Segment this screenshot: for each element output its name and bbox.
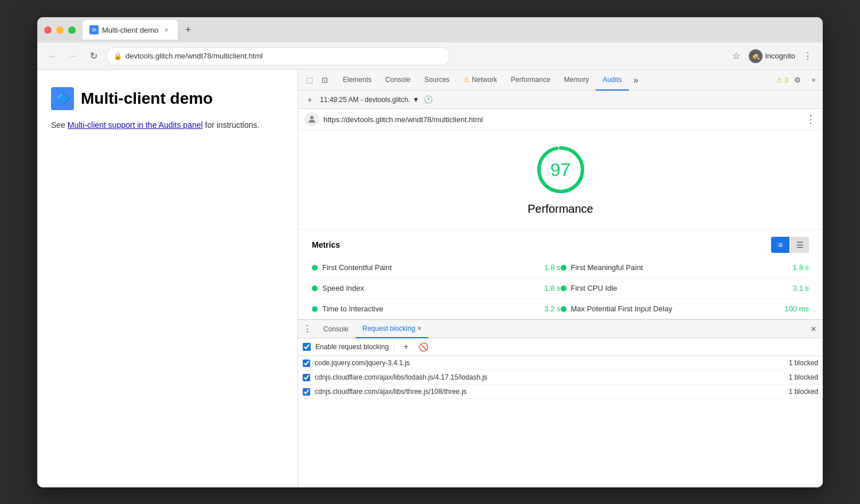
- page-description: See Multi-client support in the Audits p…: [51, 119, 284, 131]
- metric-value-tti: 3.2 s: [544, 304, 560, 313]
- devtools-settings-button[interactable]: ⚙: [791, 73, 804, 87]
- back-button[interactable]: ←: [44, 48, 60, 64]
- blocked-item: cdnjs.cloudflare.com/ajax/libs/three.js/…: [298, 385, 823, 399]
- blocked-item-count-2: 1 blocked: [789, 388, 818, 396]
- blocked-item-count-0: 1 blocked: [789, 359, 818, 367]
- tab-audits[interactable]: Audits: [596, 70, 628, 91]
- devtools-toolbar: + 11:49:25 AM - devtools.glitch. ▼ 🕐: [298, 91, 823, 109]
- block-all-button[interactable]: 🚫: [417, 341, 429, 353]
- enable-request-blocking-checkbox[interactable]: [303, 343, 311, 351]
- devtools-url-bar: https://devtools.glitch.me/wndt78/multic…: [298, 109, 823, 130]
- svg-point-0: [310, 116, 314, 119]
- forward-button[interactable]: →: [65, 48, 81, 64]
- metric-value-fci: 3.1 s: [793, 284, 809, 292]
- devtools-tabs: ⬚ ⊡ Elements Console Sources ⚠ Network P…: [298, 70, 823, 91]
- tab-memory[interactable]: Memory: [557, 70, 596, 91]
- audit-history-button[interactable]: 🕐: [423, 94, 434, 106]
- performance-score-circle: 97: [535, 144, 587, 196]
- metric-name-fcp: First Contentful Paint: [322, 263, 540, 272]
- request-blocking-toolbar: Enable request blocking | + 🚫: [298, 338, 823, 356]
- drawer-tab-request-blocking[interactable]: Request blocking ×: [355, 320, 428, 338]
- drawer-tab-close-button[interactable]: ×: [417, 325, 421, 333]
- network-warning-icon: ⚠: [463, 76, 470, 84]
- page-header: 🔷 Multi-client demo: [51, 87, 284, 110]
- browser-window: Multi-client demo × + ← → ↻ 🔒 devtools.g…: [37, 17, 823, 487]
- metric-name-si: Speed Index: [322, 284, 540, 292]
- new-tab-button[interactable]: +: [180, 22, 196, 38]
- add-blocking-pattern-button[interactable]: +: [400, 341, 412, 353]
- metric-value-fmp: 1.8 s: [793, 263, 809, 272]
- blocked-item: code.jquery.com/jquery-3.4.1.js 1 blocke…: [298, 356, 823, 370]
- more-tabs-button[interactable]: »: [629, 75, 643, 85]
- metric-name-mpfid: Max Potential First Input Delay: [571, 304, 780, 313]
- tab-close-button[interactable]: ×: [162, 25, 171, 34]
- traffic-lights: [44, 26, 76, 34]
- address-actions: ☆ 🕵 Incognito ⋮: [728, 48, 816, 64]
- tab-console[interactable]: Console: [378, 70, 417, 91]
- metric-row: First CPU Idle 3.1 s: [561, 278, 810, 299]
- tab-title: Multi-client demo: [102, 26, 158, 34]
- reload-button[interactable]: ↻: [85, 48, 101, 64]
- devtools-url-more-button[interactable]: ⋮: [806, 113, 816, 126]
- inspect-element-icon[interactable]: ⬚: [303, 73, 316, 87]
- metric-name-tti: Time to Interactive: [322, 304, 540, 313]
- metric-name-fmp: First Meaningful Paint: [571, 263, 788, 272]
- chrome-menu-button[interactable]: ⋮: [800, 48, 816, 64]
- title-bar: Multi-client demo × +: [37, 17, 823, 42]
- metric-dot-fci: [561, 286, 566, 291]
- minimize-traffic-light[interactable]: [56, 26, 64, 34]
- desc-prefix: See: [51, 120, 68, 130]
- new-audit-button[interactable]: +: [303, 93, 316, 107]
- metric-dot-tti: [312, 306, 318, 312]
- lock-icon: 🔒: [114, 52, 122, 60]
- metrics-section: Metrics ≡ ☰ First Contentful Paint 1.8 s: [298, 230, 823, 319]
- warning-icon: ⚠: [776, 76, 783, 84]
- tab-sources[interactable]: Sources: [417, 70, 456, 91]
- blocked-items-list: code.jquery.com/jquery-3.4.1.js 1 blocke…: [298, 356, 823, 487]
- warning-count: ⚠ 3: [776, 76, 788, 84]
- bottom-drawer: ⋮ Console Request blocking × × Enable re…: [298, 319, 823, 487]
- metric-value-mpfid: 100 ms: [784, 304, 809, 313]
- audits-panel-link[interactable]: Multi-client support in the Audits panel: [68, 120, 203, 130]
- enable-request-blocking-label: Enable request blocking: [315, 343, 389, 351]
- blocked-item-checkbox-1[interactable]: [303, 374, 310, 381]
- blocked-item-url-0: code.jquery.com/jquery-3.4.1.js: [315, 359, 784, 367]
- metrics-grid-view-button[interactable]: ≡: [771, 237, 789, 253]
- blocked-item-checkbox-2[interactable]: [303, 388, 310, 396]
- url-bar[interactable]: 🔒 devtools.glitch.me/wndt78/multiclient.…: [106, 47, 450, 65]
- devtools-panel: ⬚ ⊡ Elements Console Sources ⚠ Network P…: [298, 70, 823, 487]
- metrics-right-column: First Meaningful Paint 1.8 s First CPU I…: [561, 257, 810, 319]
- drawer-tabs: ⋮ Console Request blocking × ×: [298, 320, 823, 338]
- metrics-left-column: First Contentful Paint 1.8 s Speed Index…: [312, 257, 561, 319]
- bookmark-button[interactable]: ☆: [728, 48, 744, 64]
- metrics-header: Metrics ≡ ☰: [312, 230, 809, 257]
- metric-value-fcp: 1.8 s: [544, 263, 560, 272]
- drawer-close-button[interactable]: ×: [807, 322, 820, 336]
- blocked-item-url-2: cdnjs.cloudflare.com/ajax/libs/three.js/…: [315, 388, 784, 396]
- tab-performance[interactable]: Performance: [504, 70, 557, 91]
- metric-row: Time to Interactive 3.2 s: [312, 299, 561, 319]
- desc-suffix: for instructions.: [203, 120, 260, 130]
- tab-network[interactable]: ⚠ Network: [456, 70, 504, 91]
- address-bar: ← → ↻ 🔒 devtools.glitch.me/wndt78/multic…: [37, 42, 823, 70]
- timestamp-dropdown[interactable]: ▼: [412, 96, 419, 104]
- tab-elements[interactable]: Elements: [336, 70, 378, 91]
- tab-favicon-icon: [89, 25, 99, 34]
- browser-tab[interactable]: Multi-client demo ×: [83, 20, 178, 40]
- incognito-icon: 🕵: [749, 49, 763, 63]
- devtools-close-button[interactable]: ×: [807, 73, 820, 87]
- page-content: 🔷 Multi-client demo See Multi-client sup…: [37, 70, 298, 487]
- audit-timestamp: 11:49:25 AM - devtools.glitch. ▼: [320, 96, 419, 104]
- drawer-menu-button[interactable]: ⋮: [300, 322, 314, 336]
- score-label: Performance: [527, 202, 593, 216]
- maximize-traffic-light[interactable]: [68, 26, 76, 34]
- incognito-label: Incognito: [765, 52, 795, 60]
- score-value: 97: [550, 159, 571, 181]
- drawer-tab-console[interactable]: Console: [316, 320, 355, 338]
- close-traffic-light[interactable]: [44, 26, 52, 34]
- blocked-item-checkbox-0[interactable]: [303, 360, 310, 367]
- device-toolbar-icon[interactable]: ⊡: [318, 73, 331, 87]
- main-content: 🔷 Multi-client demo See Multi-client sup…: [37, 70, 823, 487]
- metrics-list-view-button[interactable]: ☰: [791, 237, 809, 253]
- incognito-badge: 🕵 Incognito: [749, 49, 795, 63]
